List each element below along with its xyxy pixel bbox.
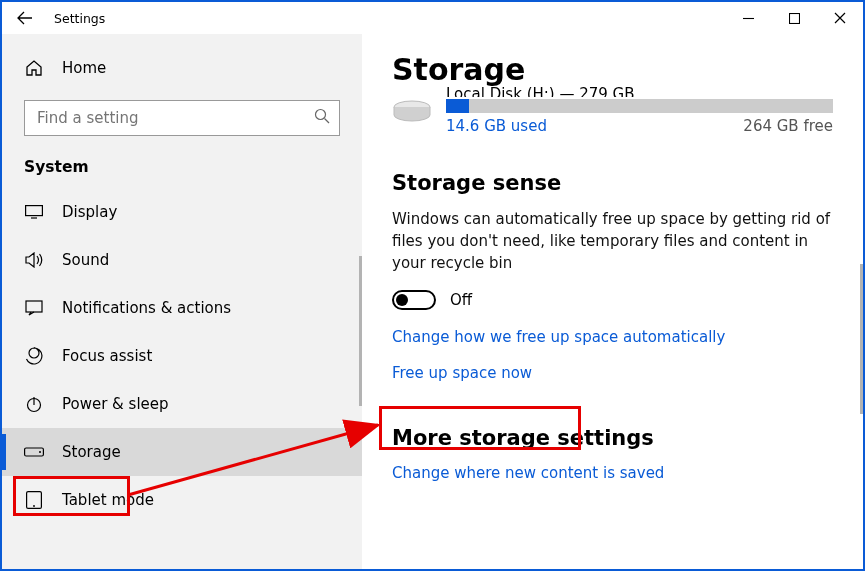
link-change-auto-free[interactable]: Change how we free up space automaticall… — [392, 328, 725, 346]
power-icon — [24, 394, 44, 414]
close-button[interactable] — [817, 2, 863, 34]
storage-sense-toggle[interactable]: Off — [392, 290, 833, 310]
disk-entry[interactable]: Local Disk (H:) — 279 GB 14.6 GB used 26… — [392, 95, 833, 135]
settings-window: Settings Home — [0, 0, 865, 571]
link-change-new-content[interactable]: Change where new content is saved — [392, 464, 664, 482]
content-pane: Storage Local Disk (H:) — 279 GB 14.6 GB… — [362, 34, 863, 569]
sidebar: Home System Display Sound — [2, 34, 362, 569]
sidebar-item-display[interactable]: Display — [2, 188, 362, 236]
tablet-icon — [24, 490, 44, 510]
sidebar-item-sound[interactable]: Sound — [2, 236, 362, 284]
sidebar-item-storage[interactable]: Storage — [2, 428, 362, 476]
sidebar-item-power-sleep[interactable]: Power & sleep — [2, 380, 362, 428]
maximize-button[interactable] — [771, 2, 817, 34]
disk-free: 264 GB free — [743, 117, 833, 135]
disk-body: Local Disk (H:) — 279 GB 14.6 GB used 26… — [446, 95, 833, 135]
close-icon — [834, 12, 846, 24]
sidebar-item-label: Sound — [62, 251, 109, 269]
content-scrollbar[interactable] — [860, 264, 863, 414]
titlebar: Settings — [2, 2, 863, 34]
sidebar-item-notifications[interactable]: Notifications & actions — [2, 284, 362, 332]
storage-sense-description: Windows can automatically free up space … — [392, 209, 832, 274]
svg-point-6 — [39, 451, 41, 453]
svg-point-1 — [316, 110, 326, 120]
more-settings-heading: More storage settings — [392, 426, 833, 450]
home-link[interactable]: Home — [2, 44, 362, 92]
sidebar-item-label: Storage — [62, 443, 121, 461]
page-title: Storage — [392, 52, 833, 87]
toggle-knob — [396, 294, 408, 306]
toggle-track — [392, 290, 436, 310]
minimize-icon — [743, 13, 754, 24]
sidebar-item-label: Display — [62, 203, 117, 221]
sound-icon — [24, 250, 44, 270]
window-controls — [725, 2, 863, 34]
storage-icon — [24, 442, 44, 462]
usage-bar-fill — [446, 99, 469, 113]
disk-used: 14.6 GB used — [446, 117, 547, 135]
back-button[interactable] — [2, 2, 48, 34]
notifications-icon — [24, 298, 44, 318]
svg-rect-0 — [789, 13, 799, 23]
search-input[interactable] — [24, 100, 340, 136]
minimize-button[interactable] — [725, 2, 771, 34]
disk-icon — [392, 99, 432, 125]
home-icon — [24, 58, 44, 78]
search-icon — [314, 108, 330, 128]
usage-bar — [446, 99, 833, 113]
sidebar-item-label: Focus assist — [62, 347, 152, 365]
window-title: Settings — [54, 11, 105, 26]
storage-sense-heading: Storage sense — [392, 171, 833, 195]
section-title-system: System — [2, 142, 362, 182]
home-label: Home — [62, 59, 106, 77]
focus-assist-icon — [24, 346, 44, 366]
disk-name: Local Disk (H:) — 279 GB — [446, 85, 833, 97]
link-free-up-now[interactable]: Free up space now — [392, 364, 532, 382]
toggle-label: Off — [450, 291, 472, 309]
sidebar-item-focus-assist[interactable]: Focus assist — [2, 332, 362, 380]
sidebar-item-tablet-mode[interactable]: Tablet mode — [2, 476, 362, 524]
svg-point-8 — [33, 505, 35, 507]
sidebar-item-label: Power & sleep — [62, 395, 169, 413]
sidebar-item-label: Notifications & actions — [62, 299, 231, 317]
sidebar-item-label: Tablet mode — [62, 491, 154, 509]
search-wrap — [24, 100, 340, 136]
svg-rect-3 — [26, 301, 42, 312]
display-icon — [24, 202, 44, 222]
arrow-left-icon — [17, 10, 33, 26]
maximize-icon — [789, 13, 800, 24]
svg-rect-2 — [26, 206, 43, 216]
